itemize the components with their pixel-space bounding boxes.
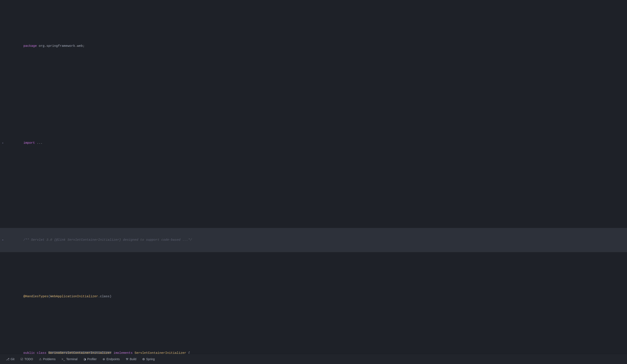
line-3[interactable]: ▸ import ... <box>0 131 627 155</box>
spring-icon: ✿ <box>142 357 145 361</box>
line-6[interactable]: @HandlesTypes(WebApplicationInitializer.… <box>0 284 627 309</box>
line-4 <box>0 187 627 196</box>
endpoints-label: Endpoints <box>106 357 120 361</box>
status-git[interactable]: ⎇ Git <box>3 355 17 363</box>
status-endpoints[interactable]: ⊕ Endpoints <box>100 355 122 363</box>
build-icon: ⚒ <box>126 357 128 361</box>
status-problems[interactable]: ⚠ Problems <box>36 355 58 363</box>
git-label: Git <box>11 357 14 361</box>
profiler-icon: ◑ <box>83 357 86 361</box>
status-todo[interactable]: ☑ TODO <box>18 355 36 363</box>
todo-label: TODO <box>24 357 33 361</box>
status-profiler[interactable]: ◑ Profiler <box>81 355 99 363</box>
status-terminal[interactable]: >_ Terminal <box>59 355 80 363</box>
code-editor: package org.springframework.web; ▸ impor… <box>0 0 627 354</box>
terminal-icon: >_ <box>61 357 65 361</box>
line-2 <box>0 91 627 99</box>
status-spring[interactable]: ✿ Spring <box>140 355 157 363</box>
status-bar: ⎇ Git ☑ TODO ⚠ Problems >_ Terminal ◑ Pr… <box>0 354 627 364</box>
code-lines: package org.springframework.web; ▸ impor… <box>0 0 627 354</box>
line-7[interactable]: public class SpringServletContainerIniti… <box>0 341 627 354</box>
todo-icon: ☑ <box>20 357 23 361</box>
collapse-icon-5[interactable]: ▸ <box>2 236 4 244</box>
status-build[interactable]: ⚒ Build <box>123 355 139 363</box>
git-icon: ⎇ <box>6 357 9 361</box>
problems-label: Problems <box>43 357 55 361</box>
profiler-label: Profiler <box>87 357 97 361</box>
spring-label: Spring <box>146 357 155 361</box>
collapse-icon-3[interactable]: ▸ <box>2 139 4 147</box>
build-label: Build <box>130 357 136 361</box>
line-1[interactable]: package org.springframework.web; <box>0 34 627 58</box>
problems-icon: ⚠ <box>39 357 42 361</box>
terminal-label: Terminal <box>66 357 77 361</box>
line-5[interactable]: ▸ /** Servlet 3.0 {@link ServletContaine… <box>0 228 627 252</box>
endpoints-icon: ⊕ <box>103 357 105 361</box>
